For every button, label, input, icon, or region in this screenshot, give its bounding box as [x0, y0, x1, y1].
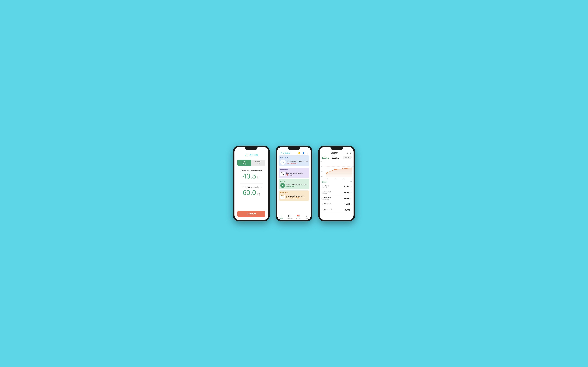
chevron-icon: ›	[351, 185, 352, 187]
imperial-button[interactable]: Imperial (LB)	[251, 160, 265, 166]
log-progress-circle: 2/3	[280, 159, 286, 165]
filter-icon[interactable]: ≡	[350, 181, 352, 183]
chart-y-labels: 50KG 47KG 45KG 40KG	[320, 161, 325, 177]
header-icons: 🔔 👤 ⋮	[298, 151, 309, 154]
log-entry-section: LOG ENTRY 2/3 You've logged 2 meals toda…	[278, 155, 310, 166]
messages-section: MESSAGES MAY 17 A new goal for your to t…	[278, 191, 310, 201]
phone-home: UpBeat 🔔 👤 ⋮ LOG ENTRY 2/3	[276, 146, 312, 221]
goals-title: GOALS	[280, 180, 308, 182]
schedule-title: SCHEDULE	[280, 169, 308, 171]
svg-point-8	[352, 167, 353, 169]
log-entry-text: You've logged 2 meals today You need 1 m…	[287, 160, 308, 164]
weight-page-title: Weight	[331, 151, 338, 154]
add-icon[interactable]: ⊕	[350, 151, 352, 154]
home-header: UpBeat 🔔 👤 ⋮	[277, 150, 311, 155]
table-row[interactable]: 27 April 2022 Wednesday 46.0KG ›	[322, 195, 352, 201]
goal-weight-unit: kg	[257, 192, 260, 196]
log-entry-title: LOG ENTRY	[280, 157, 308, 158]
divider	[240, 184, 262, 184]
chart-svg-container	[325, 161, 354, 177]
goal-weight-label: Enter your goal weight:	[242, 186, 261, 188]
goal-weight-value: 60.0	[243, 189, 256, 196]
current-weight-unit: kg	[257, 176, 260, 179]
nav-goals[interactable]: ★ Goals	[303, 215, 311, 219]
svg-point-5	[326, 173, 327, 174]
table-row[interactable]: 19 May 2022 Thursday 47.0KG ›	[322, 184, 352, 189]
weight-header: ‹ Weight ⚙ ⊕	[320, 150, 354, 155]
chevron-icon: ›	[351, 191, 352, 193]
goals-nav-icon: ★	[306, 215, 308, 218]
table-row[interactable]: 18 March 2022 Friday 44.0KG ›	[322, 201, 352, 207]
chevron-icon: ›	[351, 209, 352, 211]
home-scroll: LOG ENTRY 2/3 You've logged 2 meals toda…	[277, 155, 311, 214]
messages-row: MAY 17 A new goal for your to try Nurse …	[280, 195, 308, 199]
phone-weight: ‹ Weight ⚙ ⊕ Current 43.5KG Goal 60.0KG	[318, 146, 355, 221]
message-text: A new goal for your to try Nurse Smith |…	[286, 195, 304, 199]
messages-title: MESSAGES	[280, 192, 308, 193]
entry-list: 19 May 2022 Thursday 47.0KG › 10 May 202…	[320, 184, 354, 220]
bottom-nav: ⌂ Home 💬 Messages 📅 Entries ★ Goals	[277, 214, 311, 220]
schedule-time: ⏰ 6:30pm	[286, 174, 303, 176]
nav-messages[interactable]: 💬 Messages	[285, 215, 294, 219]
entries-header: Entries ≡	[320, 180, 354, 184]
message-date-badge: MAY 17	[280, 195, 285, 199]
schedule-date-badge: MAY 19	[280, 172, 285, 176]
chevron-icon: ›	[351, 203, 352, 205]
svg-marker-4	[326, 168, 352, 177]
profile-icon[interactable]: 👤	[302, 151, 305, 154]
bell-icon[interactable]: 🔔	[298, 151, 300, 154]
notch	[330, 147, 343, 150]
svg-point-6	[334, 169, 335, 170]
weight-chart: 50KG 47KG 45KG 40KG	[320, 160, 354, 180]
log-entry-row: 2/3 You've logged 2 meals today You need…	[280, 159, 308, 165]
unit-toggle[interactable]: Metric (KG) Imperial (LB)	[237, 160, 265, 166]
back-button[interactable]: ‹	[322, 151, 322, 154]
goals-text: Have a meal with your family Due for tod…	[286, 184, 307, 187]
home-icon: ⌂	[281, 215, 282, 217]
period-dropdown[interactable]: 1 Month ▾	[343, 156, 352, 159]
nav-home[interactable]: ⌂ Home	[277, 215, 285, 219]
current-weight-label: Enter your current weight:	[241, 170, 262, 172]
phone-setup: UpBeat Metric (KG) Imperial (LB) Enter y…	[233, 146, 270, 221]
menu-icon[interactable]: ⋮	[306, 151, 309, 154]
messages-nav-icon: 💬	[288, 215, 291, 218]
nav-entries[interactable]: 📅 Entries	[294, 215, 303, 219]
chevron-icon: ›	[351, 197, 352, 199]
settings-icon[interactable]: ⚙	[346, 151, 348, 154]
goal-star-badge: ★	[280, 183, 285, 188]
goal-stat: Goal 60.0KG	[332, 155, 339, 159]
continue-button[interactable]: Continue	[237, 211, 265, 217]
schedule-text: Log your evening meal ⏰ 6:30pm	[286, 172, 303, 176]
svg-point-7	[342, 168, 343, 169]
entries-nav-icon: 📅	[297, 215, 300, 218]
table-row[interactable]: 11 March 2022 Friday 43.9KG ›	[322, 207, 352, 213]
header-actions: ⚙ ⊕	[346, 151, 352, 154]
notch	[288, 147, 300, 150]
weight-stats: Current 43.5KG Goal 60.0KG 1 Month ▾	[320, 155, 354, 160]
phones-container: UpBeat Metric (KG) Imperial (LB) Enter y…	[233, 146, 355, 221]
current-stat: Current 43.5KG	[322, 155, 329, 159]
table-row[interactable]: 10 May 2022 Tuesday 46.0KG ›	[322, 189, 352, 195]
chart-x-labels: 18/3 27/4 10/5 19/5	[325, 178, 354, 180]
schedule-section: SCHEDULE MAY 19 Log your evening meal ⏰ …	[278, 167, 310, 178]
schedule-row: MAY 19 Log your evening meal ⏰ 6:30pm	[280, 172, 308, 176]
goals-row: ★ Have a meal with your family Due for t…	[280, 183, 308, 188]
home-logo: UpBeat	[279, 151, 290, 154]
goals-section: GOALS ★ Have a meal with your family Due…	[278, 179, 310, 189]
current-weight-value: 43.5	[243, 173, 256, 180]
app-logo: UpBeat	[244, 153, 259, 157]
notch	[245, 147, 258, 150]
metric-button[interactable]: Metric (KG)	[237, 160, 251, 166]
